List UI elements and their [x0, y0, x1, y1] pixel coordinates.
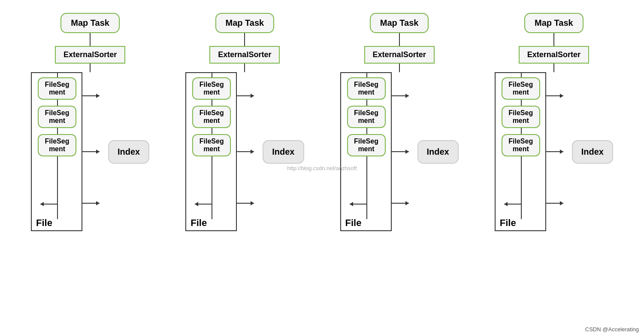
column-3: Map Task ExternalSorter FileSegment File…	[340, 13, 459, 231]
file-label-2: File	[190, 217, 207, 229]
file-index-row-3: FileSegment FileSegment FileSegment File…	[340, 72, 459, 231]
file-to-index-arrow-2	[237, 72, 263, 231]
filesegment-4-3: FileSegment	[502, 134, 540, 156]
csdn-credit: CSDN @Accelerating	[585, 326, 639, 333]
filesegment-3-2: FileSegment	[347, 106, 386, 128]
index-box-4: Index	[572, 140, 613, 164]
svg-marker-38	[405, 201, 409, 205]
svg-marker-49	[560, 150, 563, 154]
filesegment-3-1: FileSegment	[347, 77, 386, 100]
svg-marker-47	[560, 94, 563, 98]
file-label-4: File	[500, 217, 516, 229]
external-sorter-4: ExternalSorter	[519, 46, 589, 64]
file-container-4: FileSegment FileSegment FileSegment File	[495, 72, 546, 231]
svg-marker-23	[251, 150, 254, 154]
index-box-2: Index	[263, 140, 304, 164]
svg-marker-45	[504, 202, 508, 206]
file-container-1: FileSegment FileSegment FileSegment File	[31, 72, 82, 231]
file-label-3: File	[345, 217, 362, 229]
svg-marker-32	[350, 202, 353, 206]
file-to-index-arrow-3	[392, 72, 417, 231]
file-to-index-arrow-4	[546, 72, 572, 231]
map-task-4: Map Task	[524, 13, 584, 33]
svg-marker-36	[405, 150, 409, 154]
column-2: Map Task ExternalSorter FileSegment File…	[185, 13, 304, 231]
svg-marker-21	[251, 94, 254, 98]
filesegment-1-3: FileSegment	[38, 134, 76, 156]
column-4: Map Task ExternalSorter FileSegment File…	[495, 13, 613, 231]
filesegment-2-3: FileSegment	[192, 134, 231, 156]
file-index-row-1: FileSegment FileSegment FileSegment File…	[31, 72, 149, 231]
svg-marker-6	[40, 202, 44, 206]
column-1: Map Task ExternalSorter	[31, 13, 149, 231]
filesegment-1-1: FileSegment	[38, 77, 76, 100]
file-to-index-arrow-1	[82, 72, 108, 231]
svg-marker-8	[96, 94, 100, 98]
external-sorter-1: ExternalSorter	[55, 46, 125, 64]
external-sorter-3: ExternalSorter	[364, 46, 435, 64]
filesegment-3-3: FileSegment	[347, 134, 386, 156]
filesegment-4-1: FileSegment	[502, 77, 540, 100]
index-box-3: Index	[417, 140, 459, 164]
svg-marker-34	[405, 94, 409, 98]
file-container-2: FileSegment FileSegment FileSegment File	[185, 72, 237, 231]
svg-marker-10	[96, 150, 100, 154]
map-task-1: Map Task	[60, 13, 120, 33]
file-index-row-4: FileSegment FileSegment FileSegment File…	[495, 72, 613, 231]
filesegment-2-1: FileSegment	[192, 77, 231, 100]
map-task-2: Map Task	[215, 13, 275, 33]
map-task-3: Map Task	[370, 13, 429, 33]
svg-marker-25	[251, 201, 254, 205]
diagram-container: Map Task ExternalSorter	[0, 0, 644, 336]
file-index-row-2: FileSegment FileSegment FileSegment File…	[185, 72, 304, 231]
external-sorter-2: ExternalSorter	[209, 46, 280, 64]
svg-marker-19	[195, 202, 198, 206]
svg-marker-12	[96, 201, 100, 205]
filesegment-2-2: FileSegment	[192, 106, 231, 128]
file-container-3: FileSegment FileSegment FileSegment File	[340, 72, 392, 231]
filesegment-1-2: FileSegment	[38, 106, 76, 128]
file-label-1: File	[36, 217, 52, 229]
svg-marker-51	[560, 201, 563, 205]
index-box-1: Index	[108, 140, 149, 164]
filesegment-4-2: FileSegment	[502, 106, 540, 128]
